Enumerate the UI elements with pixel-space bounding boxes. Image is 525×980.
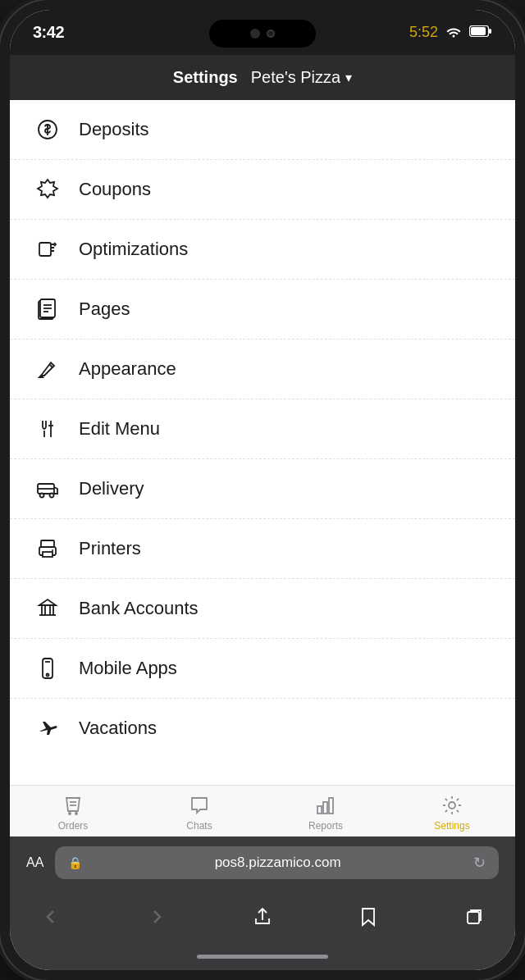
forward-button[interactable] <box>139 899 175 935</box>
menu-item-coupons[interactable]: Coupons <box>10 160 515 220</box>
deposits-label: Deposits <box>79 119 149 140</box>
tabs-button[interactable] <box>456 899 492 935</box>
bank-icon <box>33 594 62 623</box>
svg-rect-32 <box>323 802 327 814</box>
status-time-right: 5:52 <box>409 24 438 41</box>
chats-nav-icon <box>188 794 211 817</box>
vacations-label: Vacations <box>79 718 157 739</box>
lock-icon: 🔒 <box>68 856 82 869</box>
browser-bar: AA 🔒 pos8.pizzamico.com ↻ <box>10 836 515 889</box>
svg-point-12 <box>40 494 44 498</box>
nav-item-reports[interactable]: Reports <box>262 794 389 832</box>
browser-aa-label[interactable]: AA <box>26 855 43 870</box>
island-indicator <box>250 29 260 39</box>
share-button[interactable] <box>244 899 281 935</box>
svg-rect-35 <box>468 912 479 923</box>
svg-rect-14 <box>41 540 54 547</box>
home-indicator <box>10 948 515 970</box>
status-bar: 3:42 5:52 <box>10 10 515 55</box>
back-button[interactable] <box>33 899 69 935</box>
svg-rect-31 <box>317 806 322 814</box>
svg-rect-33 <box>329 798 333 814</box>
edit-menu-label: Edit Menu <box>79 418 160 440</box>
mobile-apps-label: Mobile Apps <box>79 658 177 679</box>
dollar-circle-icon <box>33 115 62 144</box>
status-time: 3:42 <box>33 23 64 42</box>
phone-screen: 3:42 5:52 <box>10 10 515 970</box>
menu-item-edit-menu[interactable]: Edit Menu <box>10 399 515 459</box>
svg-rect-2 <box>489 29 491 34</box>
svg-marker-4 <box>38 180 57 198</box>
svg-point-34 <box>449 802 455 809</box>
chats-nav-label: Chats <box>186 820 212 832</box>
settings-nav-icon <box>441 794 463 817</box>
reports-nav-label: Reports <box>308 820 343 832</box>
svg-rect-1 <box>471 27 486 35</box>
browser-url-text: pos8.pizzamico.com <box>89 855 467 871</box>
pages-label: Pages <box>79 299 130 320</box>
coupons-label: Coupons <box>79 179 151 200</box>
battery-icon <box>469 25 492 40</box>
menu-content: Deposits Coupons <box>10 100 515 785</box>
pages-icon <box>33 294 62 324</box>
app-header: Settings Pete's Pizza ▾ <box>10 55 515 100</box>
restaurant-name: Pete's Pizza <box>251 68 340 87</box>
browser-url-container[interactable]: 🔒 pos8.pizzamico.com ↻ <box>55 846 499 879</box>
chevron-down-icon: ▾ <box>345 70 352 85</box>
menu-item-pages[interactable]: Pages <box>10 280 515 340</box>
home-bar <box>197 955 328 959</box>
optimizations-icon <box>33 235 62 264</box>
bookmarks-button[interactable] <box>350 899 386 935</box>
dynamic-island <box>209 20 316 48</box>
orders-nav-label: Orders <box>58 820 89 832</box>
svg-point-29 <box>68 812 71 815</box>
orders-nav-icon <box>62 794 84 817</box>
menu-item-mobile-apps[interactable]: Mobile Apps <box>10 639 515 699</box>
header-restaurant[interactable]: Pete's Pizza ▾ <box>251 68 352 87</box>
svg-rect-16 <box>43 552 52 557</box>
status-right: 5:52 <box>409 24 492 41</box>
island-camera <box>267 30 275 38</box>
svg-point-25 <box>47 674 49 677</box>
appearance-icon <box>33 354 62 384</box>
optimizations-label: Optimizations <box>79 239 188 260</box>
menu-item-delivery[interactable]: Delivery <box>10 459 515 519</box>
phone-frame: 3:42 5:52 <box>0 0 525 980</box>
settings-nav-label: Settings <box>434 820 469 832</box>
edit-menu-icon <box>33 414 62 444</box>
reports-nav-icon <box>314 794 337 817</box>
mobile-icon <box>33 654 62 683</box>
nav-item-orders[interactable]: Orders <box>10 794 136 832</box>
nav-item-settings[interactable]: Settings <box>389 794 515 832</box>
menu-item-appearance[interactable]: Appearance <box>10 340 515 399</box>
appearance-label: Appearance <box>79 358 176 380</box>
nav-item-chats[interactable]: Chats <box>136 794 262 832</box>
menu-item-bank-accounts[interactable]: Bank Accounts <box>10 579 515 639</box>
bank-accounts-label: Bank Accounts <box>79 598 199 619</box>
airplane-icon <box>33 713 62 743</box>
menu-item-deposits[interactable]: Deposits <box>10 100 515 160</box>
menu-item-optimizations[interactable]: Optimizations <box>10 220 515 280</box>
svg-point-17 <box>52 549 53 551</box>
refresh-icon[interactable]: ↻ <box>473 854 486 872</box>
menu-item-vacations[interactable]: Vacations <box>10 699 515 758</box>
printers-icon <box>33 534 62 563</box>
menu-item-printers[interactable]: Printers <box>10 519 515 579</box>
delivery-label: Delivery <box>79 478 144 499</box>
svg-rect-5 <box>39 243 51 256</box>
printers-label: Printers <box>79 538 141 559</box>
svg-point-13 <box>50 494 54 498</box>
svg-point-30 <box>75 812 78 815</box>
safari-controls <box>10 889 515 948</box>
bottom-nav: Orders Chats <box>10 785 515 836</box>
coupon-icon <box>33 175 62 204</box>
delivery-icon <box>33 474 62 504</box>
header-settings-label: Settings <box>173 68 238 87</box>
wifi-icon <box>445 25 463 41</box>
